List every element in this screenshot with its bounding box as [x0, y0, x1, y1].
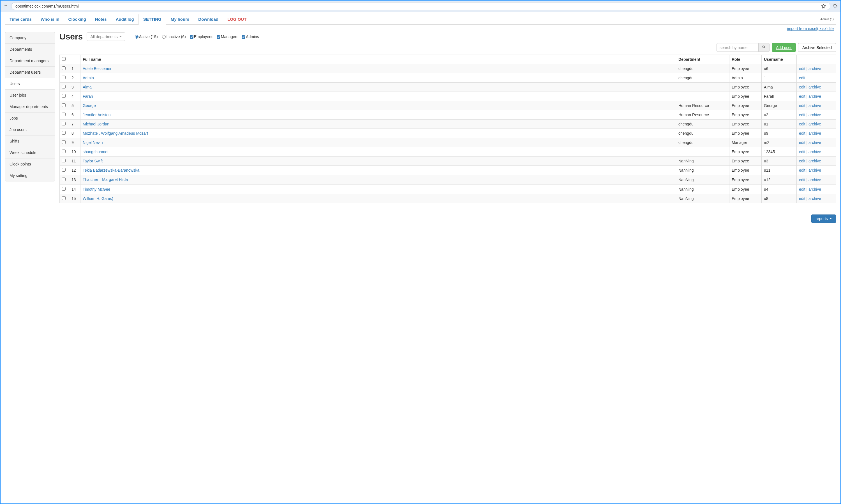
- archive-link[interactable]: archive: [808, 149, 821, 154]
- user-name-link[interactable]: Tekla Badarzewska-Baranowska: [83, 168, 139, 173]
- col-fullname[interactable]: Full name: [81, 55, 676, 64]
- active-radio[interactable]: Active (15): [135, 34, 158, 39]
- user-name-link[interactable]: William H. Gates): [83, 196, 113, 201]
- row-checkbox[interactable]: [62, 103, 66, 107]
- row-checkbox[interactable]: [62, 187, 66, 191]
- row-checkbox[interactable]: [62, 131, 66, 135]
- user-name-link[interactable]: Adele Bessemer: [83, 66, 111, 71]
- managers-checkbox[interactable]: Managers: [217, 34, 238, 39]
- extensions-icon[interactable]: [833, 4, 838, 8]
- user-name-link[interactable]: Mozhate , Wolfgang Amadeus Mozart: [83, 131, 148, 136]
- row-checkbox[interactable]: [62, 178, 66, 181]
- reports-dropdown-button[interactable]: reports: [811, 215, 836, 223]
- tab-log-out[interactable]: LOG OUT: [223, 14, 251, 24]
- row-checkbox[interactable]: [62, 122, 66, 125]
- edit-link[interactable]: edit: [799, 66, 805, 71]
- user-name-link[interactable]: Admin: [83, 76, 94, 80]
- row-checkbox[interactable]: [62, 85, 66, 89]
- row-checkbox[interactable]: [62, 94, 66, 98]
- inactive-radio[interactable]: Inactive (6): [162, 34, 186, 39]
- url-bar[interactable]: opentimeclock.com/m1/mUsers.html: [11, 2, 830, 10]
- col-department[interactable]: Department: [676, 55, 730, 64]
- edit-link[interactable]: edit: [799, 122, 805, 126]
- sidebar-item-clock-points[interactable]: Clock points: [5, 159, 55, 170]
- archive-link[interactable]: archive: [808, 140, 821, 145]
- user-name-link[interactable]: Alma: [83, 85, 92, 89]
- edit-link[interactable]: edit: [799, 112, 805, 117]
- sidebar-item-user-jobs[interactable]: User jobs: [5, 90, 55, 101]
- user-name-link[interactable]: Nigel Nevin: [83, 140, 103, 145]
- user-name-link[interactable]: Michael Jordan: [83, 122, 109, 126]
- archive-link[interactable]: archive: [808, 122, 821, 126]
- row-checkbox[interactable]: [62, 149, 66, 153]
- edit-link[interactable]: edit: [799, 178, 805, 182]
- sidebar-item-company[interactable]: Company: [5, 32, 55, 44]
- sidebar-item-my-setting[interactable]: My setting: [5, 170, 55, 181]
- tab-time-cards[interactable]: Time cards: [5, 14, 36, 24]
- archive-selected-button[interactable]: Archive Selected: [798, 43, 836, 52]
- tab-notes[interactable]: Notes: [90, 14, 111, 24]
- edit-link[interactable]: edit: [799, 131, 805, 136]
- edit-link[interactable]: edit: [799, 103, 805, 108]
- edit-link[interactable]: edit: [799, 85, 805, 89]
- sidebar-item-departments[interactable]: Departments: [5, 44, 55, 55]
- tab-clocking[interactable]: Clocking: [64, 14, 90, 24]
- sidebar-item-users[interactable]: Users: [5, 78, 55, 90]
- admins-checkbox[interactable]: Admins: [242, 34, 259, 39]
- sidebar-item-shifts[interactable]: Shifts: [5, 136, 55, 147]
- row-checkbox[interactable]: [62, 196, 66, 200]
- import-from-excel-link[interactable]: import from excel(.xlsx) file: [787, 26, 834, 31]
- row-checkbox[interactable]: [62, 159, 66, 162]
- row-checkbox[interactable]: [62, 76, 66, 79]
- search-button[interactable]: [759, 43, 770, 52]
- archive-link[interactable]: archive: [808, 178, 821, 182]
- sidebar-item-manager-departments[interactable]: Manager departments: [5, 101, 55, 112]
- archive-link[interactable]: archive: [808, 94, 821, 98]
- tab-who-is-in[interactable]: Who is in: [36, 14, 64, 24]
- edit-link[interactable]: edit: [799, 76, 805, 80]
- row-checkbox[interactable]: [62, 66, 66, 70]
- archive-link[interactable]: archive: [808, 103, 821, 108]
- archive-link[interactable]: archive: [808, 159, 821, 163]
- archive-link[interactable]: archive: [808, 168, 821, 173]
- edit-link[interactable]: edit: [799, 149, 805, 154]
- archive-link[interactable]: archive: [808, 85, 821, 89]
- user-name-link[interactable]: Timothy McGee: [83, 187, 110, 192]
- user-name-link[interactable]: Jennifer Aniston: [83, 112, 111, 117]
- select-all-checkbox[interactable]: [62, 57, 66, 61]
- sidebar-item-department-users[interactable]: Department users: [5, 67, 55, 78]
- row-checkbox[interactable]: [62, 168, 66, 172]
- employees-checkbox[interactable]: Employees: [190, 34, 213, 39]
- search-input[interactable]: [717, 43, 759, 52]
- row-checkbox[interactable]: [62, 112, 66, 116]
- edit-link[interactable]: edit: [799, 168, 805, 173]
- sidebar-item-job-users[interactable]: Job users: [5, 124, 55, 136]
- edit-link[interactable]: edit: [799, 159, 805, 163]
- add-user-button[interactable]: Add user: [772, 43, 796, 52]
- user-name-link[interactable]: Farah: [83, 94, 93, 98]
- archive-link[interactable]: archive: [808, 187, 821, 192]
- col-role[interactable]: Role: [730, 55, 762, 64]
- tab-audit-log[interactable]: Audit log: [111, 14, 138, 24]
- edit-link[interactable]: edit: [799, 140, 805, 145]
- archive-link[interactable]: archive: [808, 131, 821, 136]
- archive-link[interactable]: archive: [808, 112, 821, 117]
- tab-my-hours[interactable]: My hours: [166, 14, 194, 24]
- row-checkbox[interactable]: [62, 140, 66, 144]
- archive-link[interactable]: archive: [808, 196, 821, 201]
- department-filter-dropdown[interactable]: All departments: [87, 33, 125, 41]
- col-username[interactable]: Username: [762, 55, 797, 64]
- user-name-link[interactable]: Taylor Swift: [83, 159, 103, 163]
- edit-link[interactable]: edit: [799, 94, 805, 98]
- user-name-link[interactable]: George: [83, 103, 96, 108]
- user-name-link[interactable]: shangchunmei: [83, 149, 108, 154]
- tab-download[interactable]: Download: [194, 14, 223, 24]
- site-info-icon[interactable]: [3, 4, 8, 9]
- user-name-link[interactable]: Thatcher，Margaret Hilda: [83, 177, 128, 182]
- sidebar-item-department-managers[interactable]: Department managers: [5, 55, 55, 67]
- sidebar-item-week-schedule[interactable]: Week schedule: [5, 147, 55, 159]
- sidebar-item-jobs[interactable]: Jobs: [5, 112, 55, 124]
- tab-setting[interactable]: SETTING: [138, 14, 166, 25]
- edit-link[interactable]: edit: [799, 196, 805, 201]
- bookmark-star-icon[interactable]: [821, 4, 826, 9]
